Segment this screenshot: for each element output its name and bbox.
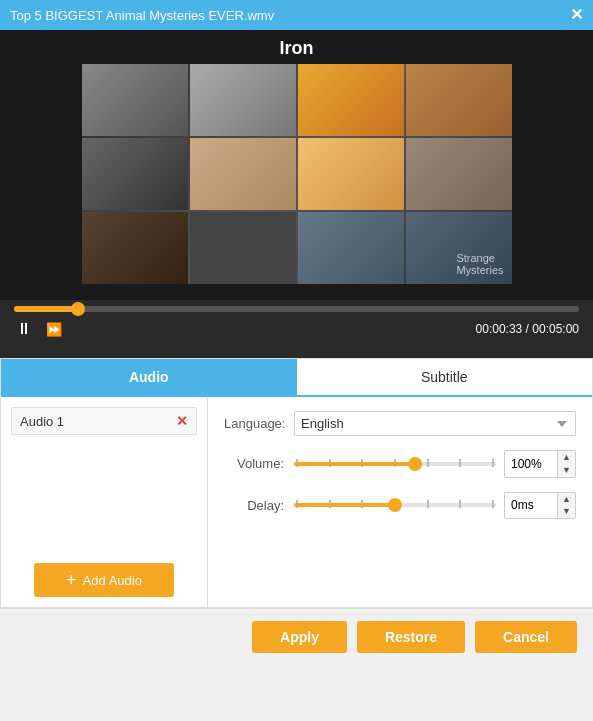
delay-up-button[interactable]: ▲: [558, 493, 575, 506]
grid-cell: [190, 212, 296, 284]
volume-row: Volume:: [224, 450, 576, 478]
delay-fill: [294, 503, 395, 507]
cancel-button[interactable]: Cancel: [475, 621, 577, 653]
settings-body: Audio 1 ✕ + Add Audio Language: English …: [1, 397, 592, 607]
delay-spinner-arrows: ▲ ▼: [557, 493, 575, 519]
grid-cell: [82, 138, 188, 210]
audio-item-remove-button[interactable]: ✕: [176, 413, 188, 429]
add-audio-label: Add Audio: [83, 573, 142, 588]
action-bar: Apply Restore Cancel: [0, 608, 593, 664]
grid-cell: [82, 64, 188, 136]
video-title: Iron: [280, 30, 314, 64]
controls-row: ⏸ ⏩ 00:00:33 / 00:05:00: [14, 320, 579, 338]
controls-bar: ⏸ ⏩ 00:00:33 / 00:05:00: [0, 300, 593, 358]
delay-label: Delay:: [224, 498, 284, 513]
audio-list-panel: Audio 1 ✕ + Add Audio: [1, 397, 208, 607]
language-select[interactable]: English French Spanish German Japanese: [294, 411, 576, 436]
pause-button[interactable]: ⏸: [14, 320, 34, 338]
language-row: Language: English French Spanish German …: [224, 411, 576, 436]
volume-fill: [294, 462, 415, 466]
language-label: Language:: [224, 416, 284, 431]
volume-slider-track[interactable]: [294, 462, 496, 466]
delay-slider-track[interactable]: [294, 503, 496, 507]
delay-thumb[interactable]: [388, 498, 402, 512]
volume-up-button[interactable]: ▲: [558, 451, 575, 464]
close-button[interactable]: ✕: [570, 7, 583, 23]
tab-subtitle[interactable]: Subtitle: [297, 359, 593, 395]
volume-thumb[interactable]: [408, 457, 422, 471]
plus-icon: +: [66, 571, 77, 589]
grid-cell: [298, 212, 404, 284]
delay-down-button[interactable]: ▼: [558, 505, 575, 518]
progress-track[interactable]: [14, 306, 579, 312]
grid-cell: [406, 64, 512, 136]
total-time: 00:05:00: [532, 322, 579, 336]
restore-button[interactable]: Restore: [357, 621, 465, 653]
video-watermark: StrangeMysteries: [456, 252, 503, 276]
tab-audio[interactable]: Audio: [1, 359, 297, 395]
volume-down-button[interactable]: ▼: [558, 464, 575, 477]
grid-cell: [190, 138, 296, 210]
tick: [492, 500, 494, 508]
progress-fill: [14, 306, 76, 312]
add-audio-button[interactable]: + Add Audio: [34, 563, 174, 597]
tick: [427, 500, 429, 508]
fast-forward-button[interactable]: ⏩: [44, 322, 64, 337]
grid-cell: [298, 64, 404, 136]
tick: [459, 459, 461, 467]
controls-left: ⏸ ⏩: [14, 320, 64, 338]
progress-thumb[interactable]: [71, 302, 85, 316]
video-container: Iron StrangeMysteries: [0, 30, 593, 300]
settings-panel: Audio Subtitle Audio 1 ✕ + Add Audio Lan…: [0, 358, 593, 608]
grid-cell: [298, 138, 404, 210]
time-display: 00:00:33 / 00:05:00: [476, 322, 579, 336]
tick: [459, 500, 461, 508]
volume-spinner: ▲ ▼: [504, 450, 576, 478]
volume-slider-container: ▲ ▼: [294, 450, 576, 478]
delay-slider-container: ▲ ▼: [294, 492, 576, 520]
delay-value-input[interactable]: [505, 494, 557, 516]
tabs-row: Audio Subtitle: [1, 359, 592, 397]
tick: [427, 459, 429, 467]
grid-cell: [82, 212, 188, 284]
delay-row: Delay:: [224, 492, 576, 520]
video-thumbnail: StrangeMysteries: [82, 64, 512, 284]
current-time: 00:00:33: [476, 322, 523, 336]
audio-item: Audio 1 ✕: [11, 407, 197, 435]
audio-settings-panel: Language: English French Spanish German …: [208, 397, 592, 607]
title-bar-filename: Top 5 BIGGEST Animal Mysteries EVER.wmv: [10, 8, 274, 23]
title-bar: Top 5 BIGGEST Animal Mysteries EVER.wmv …: [0, 0, 593, 30]
volume-value-input[interactable]: [505, 453, 557, 475]
grid-cell: [406, 138, 512, 210]
volume-label: Volume:: [224, 456, 284, 471]
apply-button[interactable]: Apply: [252, 621, 347, 653]
tick: [492, 459, 494, 467]
delay-spinner: ▲ ▼: [504, 492, 576, 520]
audio-item-label: Audio 1: [20, 414, 64, 429]
video-grid: [82, 64, 512, 284]
volume-spinner-arrows: ▲ ▼: [557, 451, 575, 477]
grid-cell: [190, 64, 296, 136]
